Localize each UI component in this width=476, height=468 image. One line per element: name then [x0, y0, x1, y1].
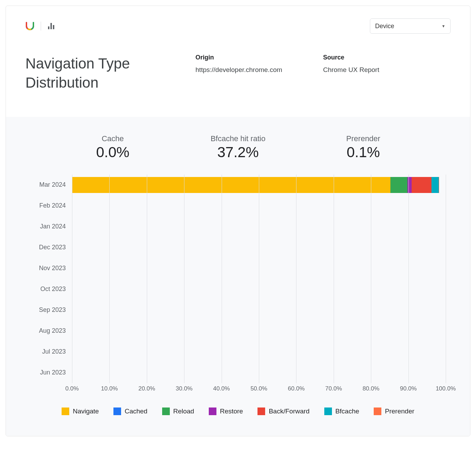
- kpi-cache-value: 0.0%: [78, 144, 148, 161]
- chart-row-label: Feb 2024: [30, 202, 72, 209]
- chart-row-label: Sep 2023: [30, 306, 72, 314]
- chart-bar-area: [72, 195, 446, 216]
- chart-row-label: Aug 2023: [30, 327, 72, 334]
- chart-bar-track: [72, 281, 446, 297]
- legend-label: Back/Forward: [269, 408, 309, 415]
- legend-item-back-forward: Back/Forward: [257, 408, 309, 415]
- bar-segment-navigate: [72, 177, 390, 193]
- x-tick: 0.0%: [65, 385, 79, 392]
- chevron-down-icon: ▼: [442, 24, 445, 28]
- legend-swatch: [374, 408, 381, 415]
- chart-bar-area: [72, 321, 446, 341]
- chart-bar-track: [72, 240, 446, 256]
- kpi-prerender-label: Prerender: [328, 134, 398, 143]
- legend-swatch: [324, 408, 332, 415]
- legend-item-reload: Reload: [162, 408, 194, 415]
- chart-row-label: Oct 2023: [30, 285, 72, 293]
- kpi-cache-label: Cache: [78, 134, 148, 143]
- chart-legend: NavigateCachedReloadRestoreBack/ForwardB…: [16, 408, 460, 415]
- legend-item-prerender: Prerender: [374, 408, 414, 415]
- chart-bar-track: [72, 344, 446, 360]
- chart-bar-area: [72, 300, 446, 321]
- chart-row-label: Mar 2024: [30, 181, 72, 188]
- chart-bar-track: [72, 260, 446, 276]
- chart-row-label: Jan 2024: [30, 223, 72, 230]
- chart-bar-area: [72, 175, 446, 195]
- chart-bar-area: [72, 216, 446, 237]
- kpi-bfcache-ratio: Bfcache hit ratio 37.2%: [203, 134, 273, 161]
- legend-swatch: [257, 408, 265, 415]
- chart-bar-area: [72, 341, 446, 362]
- table-row: Aug 2023: [30, 321, 446, 341]
- table-row: Jan 2024: [30, 216, 446, 237]
- table-row: Jul 2023: [30, 341, 446, 362]
- chart-row-label: Dec 2023: [30, 244, 72, 251]
- origin-block: Origin https://developer.chrome.com: [196, 54, 323, 92]
- bar-segment-back-forward: [412, 177, 431, 193]
- origin-value: https://developer.chrome.com: [196, 66, 313, 74]
- brand-logo-icon: [25, 22, 34, 31]
- legend-label: Restore: [220, 408, 243, 415]
- table-row: Jun 2023: [30, 362, 446, 383]
- legend-label: Prerender: [385, 408, 414, 415]
- x-tick: 60.0%: [288, 385, 304, 392]
- legend-swatch: [209, 408, 216, 415]
- chart-bar-area: [72, 237, 446, 258]
- table-row: Oct 2023: [30, 279, 446, 300]
- chart-row-label: Nov 2023: [30, 265, 72, 272]
- origin-label: Origin: [196, 54, 313, 61]
- legend-item-restore: Restore: [209, 408, 243, 415]
- legend-item-navigate: Navigate: [62, 408, 99, 415]
- device-select-label: Device: [375, 23, 394, 30]
- bar-segment-bfcache: [431, 177, 438, 193]
- chart-bar-track: [72, 198, 446, 214]
- source-label: Source: [323, 54, 440, 61]
- chart-bar-track: [72, 177, 446, 193]
- kpi-cache: Cache 0.0%: [78, 134, 148, 161]
- table-row: Feb 2024: [30, 195, 446, 216]
- bar-segment-prerender: [439, 177, 439, 193]
- table-row: Nov 2023: [30, 258, 446, 279]
- kpi-bfcache-ratio-label: Bfcache hit ratio: [203, 134, 273, 143]
- svg-rect-0: [48, 26, 49, 29]
- legend-label: Navigate: [73, 408, 99, 415]
- report-card: Device ▼ Navigation Type Distribution Or…: [6, 6, 470, 436]
- legend-label: Reload: [173, 408, 194, 415]
- bar-chart-icon: [47, 22, 55, 30]
- chart: Mar 2024Feb 2024Jan 2024Dec 2023Nov 2023…: [30, 175, 446, 393]
- x-tick: 90.0%: [400, 385, 416, 392]
- x-tick: 20.0%: [138, 385, 155, 392]
- chart-bar-area: [72, 362, 446, 383]
- x-tick: 30.0%: [176, 385, 192, 392]
- chart-bar-track: [72, 219, 446, 235]
- x-tick: 100.0%: [436, 385, 456, 392]
- table-row: Dec 2023: [30, 237, 446, 258]
- x-tick: 70.0%: [325, 385, 342, 392]
- svg-rect-2: [53, 25, 54, 29]
- legend-swatch: [62, 408, 69, 415]
- legend-item-bfcache: Bfcache: [324, 408, 359, 415]
- kpi-prerender: Prerender 0.1%: [328, 134, 398, 161]
- legend-item-cached: Cached: [113, 408, 148, 415]
- report-body: Cache 0.0% Bfcache hit ratio 37.2% Prere…: [6, 117, 470, 436]
- kpi-row: Cache 0.0% Bfcache hit ratio 37.2% Prere…: [50, 134, 426, 161]
- chart-row-label: Jul 2023: [30, 348, 72, 355]
- chart-bar-area: [72, 258, 446, 279]
- page-title: Navigation Type Distribution: [25, 54, 196, 92]
- device-select[interactable]: Device ▼: [370, 18, 451, 34]
- source-value: Chrome UX Report: [323, 66, 440, 74]
- chart-bar-track: [72, 365, 446, 381]
- chart-x-ticks: 0.0%10.0%20.0%30.0%40.0%50.0%60.0%70.0%8…: [72, 383, 446, 393]
- x-tick: 40.0%: [213, 385, 230, 392]
- chart-rows: Mar 2024Feb 2024Jan 2024Dec 2023Nov 2023…: [30, 175, 446, 383]
- svg-rect-1: [50, 23, 52, 29]
- chart-row-label: Jun 2023: [30, 369, 72, 376]
- table-row: Sep 2023: [30, 300, 446, 321]
- legend-label: Bfcache: [335, 408, 359, 415]
- legend-label: Cached: [125, 408, 148, 415]
- report-header: Device ▼ Navigation Type Distribution Or…: [6, 6, 470, 117]
- chart-bar-track: [72, 302, 446, 318]
- bar-segment-restore: [407, 177, 412, 193]
- chart-bar-track: [72, 323, 446, 339]
- legend-swatch: [113, 408, 121, 415]
